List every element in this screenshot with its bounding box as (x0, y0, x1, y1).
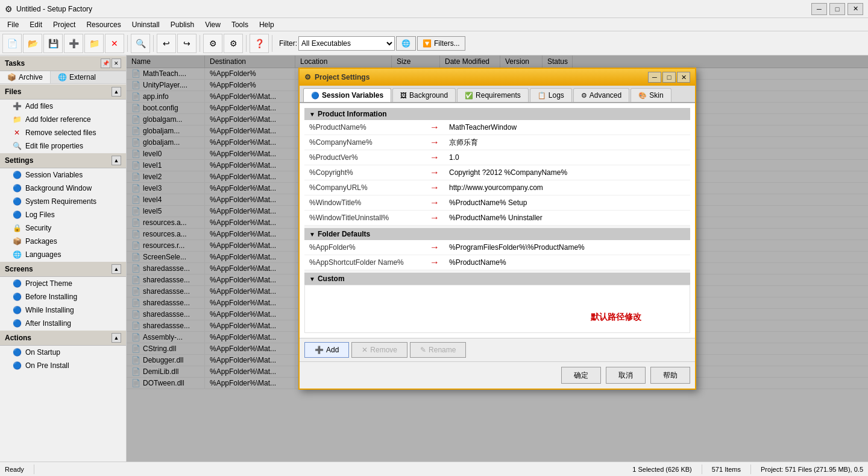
list-item[interactable]: %ProductVer% → 1.0 (304, 150, 690, 165)
help-button[interactable]: ❓ (250, 34, 269, 53)
custom-toggle[interactable]: ▼ (309, 276, 315, 282)
project-theme-label: Project Theme (25, 279, 72, 288)
tasks-pin-button[interactable]: 📌 (101, 59, 110, 68)
screens-collapse-button[interactable]: ▲ (112, 264, 121, 274)
menu-view[interactable]: View (200, 19, 225, 30)
product-info-header: ▼ Product Information (304, 108, 690, 120)
while-installing-label: While Installing (25, 306, 74, 314)
list-item[interactable]: %CompanyName% → 京师乐育 (304, 135, 690, 150)
open-button[interactable]: 📂 (23, 34, 42, 53)
toolbar-separator-3 (200, 35, 200, 52)
sidebar-item-while-installing[interactable]: 🔵 While Installing (0, 303, 126, 317)
settings-button[interactable]: ⚙ (203, 34, 222, 53)
modal-maximize-button[interactable]: □ (662, 72, 676, 83)
sidebar-item-add-files[interactable]: ➕ Add files (0, 100, 126, 113)
tasks-close-button[interactable]: ✕ (112, 59, 121, 68)
sidebar-item-session-vars[interactable]: 🔵 Session Variables (0, 168, 126, 182)
sidebar-item-add-folder[interactable]: 📁 Add folder reference (0, 113, 126, 126)
sidebar-item-remove-files[interactable]: ✕ Remove selected files (0, 126, 126, 139)
build-button[interactable]: ⚙ (224, 34, 243, 53)
folder-button[interactable]: 📁 (84, 34, 104, 53)
custom-area: 默认路径修改 (304, 285, 690, 333)
rename-label: Rename (429, 346, 456, 354)
sidebar-item-background-window[interactable]: 🔵 Background Window (0, 182, 126, 195)
settings-collapse-button[interactable]: ▲ (112, 156, 121, 165)
actions-collapse-button[interactable]: ▲ (112, 333, 121, 343)
tab-background[interactable]: 🖼 Background (392, 88, 456, 102)
session-vars-label: Session Variables (25, 171, 83, 179)
add-button[interactable]: ➕ (64, 34, 83, 53)
list-item[interactable]: %CompanyURL% → http://www.yourcompany.co… (304, 180, 690, 195)
filter-globe-button[interactable]: 🌐 (396, 36, 416, 51)
filter-select[interactable]: All Executables (298, 36, 395, 51)
sidebar-item-project-theme[interactable]: 🔵 Project Theme (0, 277, 126, 290)
menu-help[interactable]: Help (254, 19, 279, 30)
menu-file[interactable]: File (2, 19, 24, 30)
cancel-button[interactable]: 取消 (606, 367, 646, 384)
sidebar-item-security[interactable]: 🔒 Security (0, 221, 126, 235)
maximize-button[interactable]: □ (829, 3, 845, 15)
ok-button[interactable]: 确定 (561, 367, 601, 384)
redo-button[interactable]: ↪ (177, 34, 197, 53)
tab-external[interactable]: 🌐 External (51, 71, 103, 83)
files-collapse-button[interactable]: ▲ (112, 87, 121, 97)
save-button[interactable]: 💾 (43, 34, 63, 53)
tab-advanced[interactable]: ⚙ Advanced (573, 88, 629, 102)
menu-edit[interactable]: Edit (25, 19, 47, 30)
list-item[interactable]: %WindowTitleUninstall% → %ProductName% U… (304, 211, 690, 226)
globe-icon: 🌐 (401, 39, 410, 48)
menu-tools[interactable]: Tools (227, 19, 253, 30)
tab-archive[interactable]: 📦 Archive (0, 71, 51, 83)
session-vars-tab-label: Session Variables (322, 91, 383, 100)
sidebar-item-after-installing[interactable]: 🔵 After Installing (0, 317, 126, 330)
undo-button[interactable]: ↩ (157, 34, 176, 53)
modal-minimize-button[interactable]: ─ (648, 72, 661, 83)
help-button[interactable]: 帮助 (650, 367, 690, 384)
sidebar-item-edit-properties[interactable]: 🔍 Edit file properties (0, 139, 126, 153)
languages-icon: 🌐 (12, 250, 22, 259)
sidebar-item-on-pre-install[interactable]: 🔵 On Pre Install (0, 359, 126, 372)
sidebar-item-packages[interactable]: 📦 Packages (0, 235, 126, 248)
title-bar: ⚙ Untitled - Setup Factory ─ □ ✕ (0, 0, 868, 18)
remove-button[interactable]: ✕ Remove (351, 342, 407, 358)
delete-button[interactable]: ✕ (105, 34, 124, 53)
tab-session-variables[interactable]: 🔵 Session Variables (303, 88, 391, 102)
list-item[interactable]: %Copyright% → Copyright ?2012 %CompanyNa… (304, 165, 690, 180)
key-cell: %WindowTitle% (304, 195, 425, 211)
list-item[interactable]: %WindowTitle% → %ProductName% Setup (304, 195, 690, 211)
status-selected: 1 Selected (626 KB) (632, 466, 691, 473)
modal-close-button[interactable]: ✕ (677, 72, 690, 83)
list-item[interactable]: %AppFolder% → %ProgramFilesFolder%\%Prod… (304, 240, 690, 255)
add-button[interactable]: ➕ Add (304, 342, 349, 358)
list-item[interactable]: %AppShortcutFolder Name% → %ProductName% (304, 255, 690, 270)
new-button[interactable]: 📄 (2, 34, 22, 53)
close-button[interactable]: ✕ (848, 3, 863, 15)
sidebar: Tasks 📌 ✕ 📦 Archive 🌐 External Files ▲ (0, 56, 127, 462)
list-item[interactable]: %ProductName% → MathTeacherWindow (304, 120, 690, 135)
on-pre-install-label: On Pre Install (25, 361, 69, 370)
menu-project[interactable]: Project (48, 19, 80, 30)
search-button[interactable]: 🔍 (131, 34, 150, 53)
log-files-icon: 🔵 (12, 210, 22, 220)
sidebar-item-log-files[interactable]: 🔵 Log Files (0, 208, 126, 221)
tab-requirements[interactable]: ✅ Requirements (457, 88, 529, 102)
arrow-cell: → (425, 120, 444, 135)
product-info-toggle[interactable]: ▼ (309, 111, 315, 118)
sidebar-item-on-startup[interactable]: 🔵 On Startup (0, 346, 126, 359)
tab-skin[interactable]: 🎨 Skin (631, 88, 671, 102)
files-section-header: Files ▲ (0, 84, 126, 100)
tab-logs[interactable]: 📋 Logs (530, 88, 572, 102)
filters-button[interactable]: 🔽 Filters... (417, 36, 465, 51)
sidebar-item-system-requirements[interactable]: 🔵 System Requirements (0, 195, 126, 208)
rename-button[interactable]: ✎ Rename (410, 342, 466, 358)
remove-files-label: Remove selected files (25, 129, 96, 137)
menu-publish[interactable]: Publish (166, 19, 199, 30)
status-sep-2 (702, 465, 702, 474)
minimize-button[interactable]: ─ (811, 3, 827, 15)
sidebar-item-before-installing[interactable]: 🔵 Before Installing (0, 290, 126, 303)
arrow-cell: → (425, 150, 444, 165)
menu-uninstall[interactable]: Uninstall (127, 19, 165, 30)
menu-resources[interactable]: Resources (81, 19, 125, 30)
folder-defaults-toggle[interactable]: ▼ (309, 231, 315, 238)
sidebar-item-languages[interactable]: 🌐 Languages (0, 248, 126, 261)
